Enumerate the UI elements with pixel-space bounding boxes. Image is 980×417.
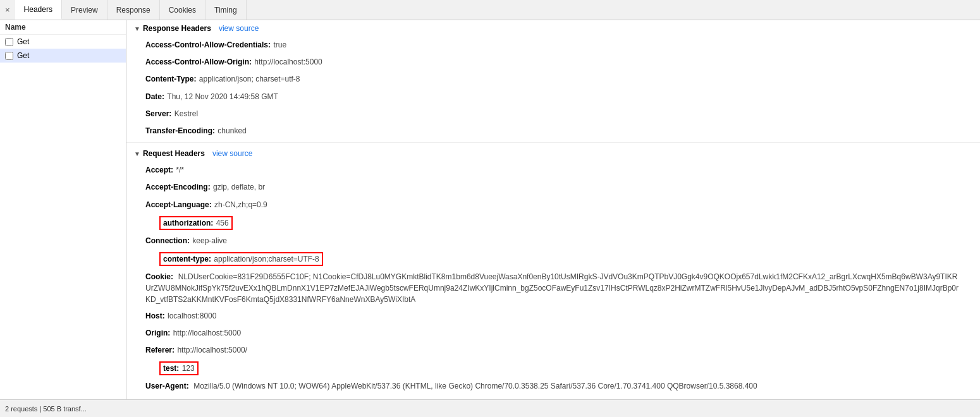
footer: 2 requests | 505 B transf... bbox=[0, 399, 980, 417]
list-item[interactable]: Get bbox=[0, 35, 126, 49]
test-header-row: test: 123 bbox=[126, 359, 980, 378]
request-headers-label: Request Headers bbox=[143, 149, 205, 158]
request-header-row: Host: localhost:8000 bbox=[126, 308, 980, 325]
tab-response[interactable]: Response bbox=[107, 0, 160, 20]
response-view-source-link[interactable]: view source bbox=[219, 24, 259, 33]
authorization-highlighted: authorization: 456 bbox=[159, 216, 233, 230]
response-header-row: Content-Type: application/json; charset=… bbox=[126, 71, 980, 88]
cookie-header-row: Cookie: NLDUserCookie=831F29D6555FC10F; … bbox=[126, 269, 980, 308]
response-header-row: Date: Thu, 12 Nov 2020 14:49:58 GMT bbox=[126, 88, 980, 106]
left-panel-header: Name bbox=[0, 20, 126, 35]
main-layout: Name Get Get ▼ Response Headers view sou… bbox=[0, 20, 980, 399]
content-type-header-row: content-type: application/json;charset=U… bbox=[126, 250, 980, 269]
left-panel: Name Get Get bbox=[0, 20, 126, 399]
tab-timing[interactable]: Timing bbox=[205, 0, 247, 20]
authorization-header-row: authorization: 456 bbox=[126, 214, 980, 233]
tab-preview[interactable]: Preview bbox=[62, 0, 107, 20]
request-header-row: Origin: http://localhost:5000 bbox=[126, 325, 980, 342]
right-panel: ▼ Response Headers view source Access-Co… bbox=[126, 20, 980, 399]
item-checkbox-2[interactable] bbox=[5, 52, 13, 60]
request-headers-section: ▼ Request Headers view source bbox=[126, 145, 980, 162]
collapse-triangle-icon[interactable]: ▼ bbox=[134, 25, 140, 32]
request-header-row: Referer: http://localhost:5000/ bbox=[126, 342, 980, 359]
request-header-row: Accept: */* bbox=[126, 162, 980, 179]
item-checkbox-1[interactable] bbox=[5, 38, 13, 46]
devtools-container: × Headers Preview Response Cookies Timin… bbox=[0, 0, 980, 417]
request-header-row: Accept-Encoding: gzip, deflate, br bbox=[126, 179, 980, 196]
content-type-highlighted: content-type: application/json;charset=U… bbox=[159, 252, 323, 266]
list-item[interactable]: Get bbox=[0, 49, 126, 63]
request-header-row: Connection: keep-alive bbox=[126, 233, 980, 250]
tab-cookies[interactable]: Cookies bbox=[160, 0, 205, 20]
close-icon[interactable]: × bbox=[0, 0, 15, 20]
tab-bar: × Headers Preview Response Cookies Timin… bbox=[0, 0, 980, 20]
test-highlighted: test: 123 bbox=[159, 361, 199, 375]
response-header-row: Transfer-Encoding: chunked bbox=[126, 123, 980, 140]
request-header-row: Accept-Language: zh-CN,zh;q=0.9 bbox=[126, 196, 980, 214]
response-headers-section: ▼ Response Headers view source bbox=[126, 20, 980, 37]
request-view-source-link[interactable]: view source bbox=[212, 149, 252, 158]
response-header-row: Access-Control-Allow-Origin: http://loca… bbox=[126, 54, 980, 71]
user-agent-header-row: User-Agent: Mozilla/5.0 (Windows NT 10.0… bbox=[126, 378, 980, 394]
footer-text: 2 requests | 505 B transf... bbox=[5, 405, 87, 413]
collapse-triangle-icon-2[interactable]: ▼ bbox=[134, 150, 140, 157]
tab-headers[interactable]: Headers bbox=[15, 0, 62, 20]
response-header-row: Access-Control-Allow-Credentials: true bbox=[126, 37, 980, 54]
response-header-row: Server: Kestrel bbox=[126, 106, 980, 123]
response-headers-label: Response Headers bbox=[143, 24, 211, 33]
